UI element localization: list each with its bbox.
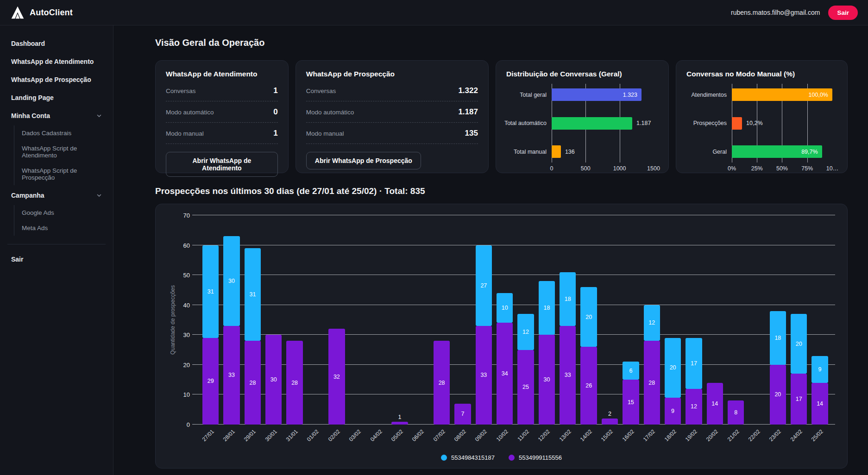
stat-row: Modo automático 0 bbox=[166, 101, 278, 123]
bar-slot: 2 bbox=[599, 215, 620, 425]
x-tick-label: 05/02 bbox=[390, 428, 404, 443]
bar-segment: 26 bbox=[580, 347, 597, 425]
x-tick: 20/02 bbox=[704, 425, 725, 450]
chevron-down-icon bbox=[96, 193, 102, 198]
bar-segment: 15 bbox=[623, 380, 639, 425]
bar-value-label: 6 bbox=[629, 368, 632, 374]
bar-slot: 3330 bbox=[221, 215, 242, 425]
bar: 136 bbox=[552, 145, 561, 158]
sidebar-item-sair[interactable]: Sair bbox=[4, 251, 109, 268]
sidebar-item-whatsapp-prospeccao[interactable]: WhatsApp de Prospecção bbox=[4, 71, 109, 88]
bar: 89,7% bbox=[732, 145, 822, 158]
sidebar-item-script-prospeccao[interactable]: WhatsApp Script de Prospecção bbox=[14, 163, 113, 185]
x-tick-label: 25% bbox=[751, 165, 763, 172]
stat-label: Modo automático bbox=[166, 109, 214, 116]
y-tick-label: 30 bbox=[183, 331, 190, 338]
y-tick-mark bbox=[192, 334, 195, 335]
x-tick-label: 20/02 bbox=[705, 428, 719, 443]
bar-segment: 30 bbox=[223, 236, 239, 326]
bar-segment: 31 bbox=[245, 248, 261, 341]
sidebar-item-google-ads[interactable]: Google Ads bbox=[14, 205, 113, 220]
bar-value-label: 30 bbox=[228, 278, 235, 284]
chart-title: Distribuição de Conversas (Geral) bbox=[506, 70, 658, 78]
bar-segment: 33 bbox=[476, 326, 492, 425]
x-tick-label: 500 bbox=[581, 165, 591, 172]
sidebar-item-minha-conta[interactable]: Minha Conta bbox=[4, 107, 109, 124]
bar-value-label: 25 bbox=[522, 384, 529, 390]
bar-value-label: 30 bbox=[543, 376, 550, 383]
bar-segment: 18 bbox=[539, 281, 555, 335]
x-tick: 02/02 bbox=[326, 425, 347, 450]
x-tick-label: 21/02 bbox=[726, 428, 740, 443]
sidebar-item-dados-cadastrais[interactable]: Dados Cadastrais bbox=[14, 125, 113, 141]
logout-button[interactable]: Sair bbox=[828, 6, 858, 20]
x-tick: 27/01 bbox=[200, 425, 221, 450]
x-tick: 14/02 bbox=[578, 425, 599, 450]
legend-label: 5534984315187 bbox=[451, 454, 495, 461]
x-tick: 01/02 bbox=[305, 425, 326, 450]
bar-slot: 7 bbox=[452, 215, 473, 425]
bar-value-label: 8 bbox=[734, 409, 737, 416]
brand[interactable]: AutoClient bbox=[10, 5, 73, 20]
sidebar-item-script-atendimento[interactable]: WhatsApp Script de Atendimento bbox=[14, 141, 113, 163]
bar-segment: 2 bbox=[602, 419, 618, 425]
bar-segment: 17 bbox=[791, 374, 807, 425]
legend-item[interactable]: 5534984315187 bbox=[441, 454, 495, 461]
open-whatsapp-atendimento-button[interactable]: Abrir WhatsApp de Atendimento bbox=[166, 152, 278, 177]
bar-value-label: 31 bbox=[208, 288, 214, 295]
chart-row: Prospecções10,2% bbox=[732, 117, 832, 130]
x-tick: 30/01 bbox=[263, 425, 284, 450]
card-whatsapp-atendimento: WhatsApp de Atendimento Conversas 1 Modo… bbox=[155, 60, 289, 173]
y-tick-mark bbox=[192, 245, 195, 245]
bar-segment: 8 bbox=[728, 400, 744, 425]
bar-segment: 31 bbox=[202, 245, 219, 338]
x-tick-label: 06/02 bbox=[411, 428, 425, 443]
sidebar-item-campanha[interactable]: Campanha bbox=[4, 187, 109, 204]
x-tick-label: 13/02 bbox=[558, 428, 572, 443]
x-tick-label: 31/01 bbox=[285, 428, 299, 443]
sidebar-item-dashboard[interactable]: Dashboard bbox=[4, 35, 109, 52]
x-tick: 04/02 bbox=[368, 425, 389, 450]
x-tick: 25/02 bbox=[809, 425, 830, 450]
open-whatsapp-prospeccao-button[interactable]: Abrir WhatsApp de Prospecção bbox=[306, 152, 421, 169]
sidebar-item-landing-page[interactable]: Landing Page bbox=[4, 89, 109, 106]
bar-segment: 28 bbox=[286, 341, 302, 425]
bar-value-label: 30 bbox=[270, 376, 277, 383]
y-tick-label: 70 bbox=[183, 212, 190, 219]
mini-chart-rows: Atendimentos100,0%Prospecções10,2%Geral8… bbox=[732, 87, 832, 161]
app-header: AutoClient rubens.matos.filho@gmail.com … bbox=[0, 0, 868, 25]
stat-value: 1 bbox=[273, 129, 277, 138]
stat-label: Modo manual bbox=[166, 130, 204, 137]
bars-area: 2931333028313028321287332734102512301833… bbox=[195, 215, 835, 425]
bar-segment: 10 bbox=[497, 293, 513, 323]
card-distribuicao-conversas: Distribuição de Conversas (Geral) 050010… bbox=[496, 60, 669, 173]
y-tick-mark bbox=[192, 394, 195, 394]
sidebar-item-label: Campanha bbox=[11, 192, 44, 199]
bar-value-label: 1.187 bbox=[636, 120, 651, 126]
x-tick: 11/02 bbox=[515, 425, 536, 450]
x-tick-label: 03/02 bbox=[348, 428, 362, 443]
campanha-submenu: Google Ads Meta Ads bbox=[14, 205, 113, 236]
bar-segment: 30 bbox=[265, 335, 282, 425]
x-tick: 18/02 bbox=[662, 425, 683, 450]
bar-slot: 30 bbox=[263, 215, 284, 425]
bar-segment: 33 bbox=[223, 326, 239, 425]
sidebar-item-whatsapp-atendimento[interactable]: WhatsApp de Atendimento bbox=[4, 53, 109, 70]
stat-row: Conversas 1 bbox=[166, 80, 278, 101]
chart-row: Atendimentos100,0% bbox=[732, 88, 832, 101]
bar-value-label: 33 bbox=[228, 372, 235, 378]
x-tick-label: 22/02 bbox=[747, 428, 761, 443]
sidebar: Dashboard WhatsApp de Atendimento WhatsA… bbox=[0, 25, 113, 475]
bar-slot: 3410 bbox=[494, 215, 515, 425]
distribuicao-conversas-chart: 050010001500Total geral1.323Total automá… bbox=[506, 85, 658, 172]
y-axis-labels: 010203040506070 bbox=[178, 215, 195, 425]
bar-value-label: 10,2% bbox=[746, 120, 762, 126]
bar-slot: 2831 bbox=[242, 215, 263, 425]
bar: 100,0% bbox=[732, 88, 832, 101]
page-title: Visão Geral da Operação bbox=[155, 38, 848, 48]
legend-item[interactable]: 5534999115556 bbox=[509, 454, 562, 461]
card-title: WhatsApp de Prospecção bbox=[306, 70, 478, 78]
sidebar-item-meta-ads[interactable]: Meta Ads bbox=[14, 220, 113, 236]
bar-value-label: 20 bbox=[774, 391, 781, 398]
bar-segment: 6 bbox=[623, 362, 639, 380]
